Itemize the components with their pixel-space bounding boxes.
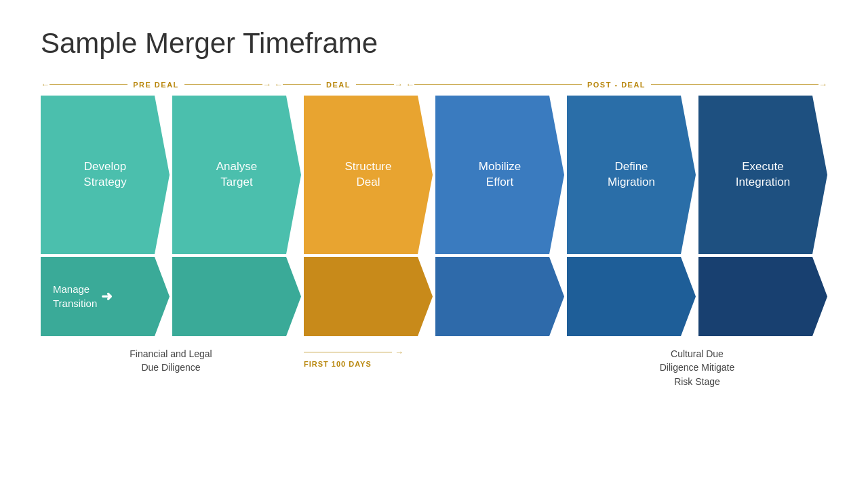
- post-deal-label: POST - DEAL: [582, 81, 651, 89]
- pre-deal-line-left: [50, 84, 127, 85]
- slide-title: Sample Merger Timeframe: [41, 27, 827, 60]
- chevron-analyse-target: AnalyseTarget: [172, 96, 301, 336]
- deal-line-right: [356, 84, 394, 85]
- annotation-first-100: → FIRST 100 DAYS: [304, 347, 434, 368]
- mobilize-effort-label: MobilizeEffort: [435, 96, 564, 254]
- develop-strategy-label: Develop Strategy: [41, 96, 170, 254]
- slide: Sample Merger Timeframe ← PRE DEAL → ← D…: [0, 0, 868, 488]
- pre-deal-line-right: [184, 84, 262, 85]
- post-deal-arrow-left: ←: [406, 80, 414, 89]
- structure-deal-label: StructureDeal: [304, 96, 433, 254]
- pre-deal-arrow-left: ←: [41, 80, 50, 89]
- chevron-develop-strategy: Develop Strategy ManageTransition ➜: [41, 96, 170, 336]
- execute-integration-label: ExecuteIntegration: [698, 96, 827, 254]
- phase-header: ← PRE DEAL → ← DEAL → ← POST - DEAL →: [41, 80, 827, 89]
- chevron-structure-deal: StructureDeal: [304, 96, 433, 336]
- chevron-execute-integration: ExecuteIntegration: [698, 96, 827, 336]
- deal-arrow-left: ←: [274, 80, 283, 89]
- execute-integration-bottom: [698, 257, 827, 336]
- post-deal-arrow-right: →: [818, 80, 827, 89]
- phase-post-deal: ← POST - DEAL →: [406, 80, 827, 89]
- first-100-label: FIRST 100 DAYS: [304, 360, 372, 368]
- phase-deal: ← DEAL →: [274, 80, 403, 89]
- deal-arrow-right: →: [394, 80, 403, 89]
- annotations-row: Financial and Legal Due Diligence → FIRS…: [41, 347, 827, 401]
- annotation-financial: Financial and Legal Due Diligence: [41, 347, 301, 375]
- first-100-line: [304, 352, 392, 353]
- deal-label: DEAL: [321, 81, 356, 89]
- first-100-arrow: →: [304, 347, 403, 357]
- define-migration-bottom: [567, 257, 696, 336]
- first-100-arrow-icon: →: [395, 347, 403, 357]
- define-migration-label: DefineMigration: [567, 96, 696, 254]
- post-deal-line-right: [651, 84, 818, 85]
- post-deal-line-left: [414, 84, 582, 85]
- mobilize-effort-bottom: [435, 257, 564, 336]
- pre-deal-label: PRE DEAL: [127, 81, 184, 89]
- structure-deal-bottom: [304, 257, 433, 336]
- phase-pre-deal: ← PRE DEAL →: [41, 80, 271, 89]
- chevrons-container: Develop Strategy ManageTransition ➜ Anal…: [41, 96, 827, 336]
- analyse-target-bottom: [172, 257, 301, 336]
- manage-transition-label: ManageTransition ➜: [41, 257, 170, 336]
- pre-deal-arrow-right: →: [262, 80, 271, 89]
- annotation-cultural: Cultural Due Diligence Mitigate Risk Sta…: [567, 347, 827, 388]
- transition-arrow-icon: ➜: [101, 287, 113, 306]
- deal-line-left: [283, 84, 321, 85]
- chevron-define-migration: DefineMigration: [567, 96, 696, 336]
- analyse-target-label: AnalyseTarget: [172, 96, 301, 254]
- chevron-mobilize-effort: MobilizeEffort: [435, 96, 564, 336]
